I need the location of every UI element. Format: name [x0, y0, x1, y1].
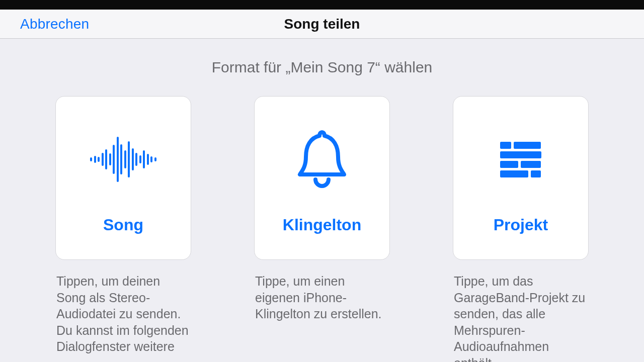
- option-description-song: Tippen, um deinen Song als Stereo-Audiod…: [55, 273, 191, 355]
- waveform-icon: [56, 124, 191, 195]
- nav-bar: Abbrechen Song teilen: [0, 10, 644, 39]
- option-label: Song: [103, 216, 143, 234]
- tracks-icon: [453, 124, 588, 195]
- format-prompt: Format für „Mein Song 7“ wählen: [20, 59, 624, 76]
- bell-icon: [255, 124, 389, 195]
- nav-title: Song teilen: [284, 16, 360, 32]
- content-area: Format für „Mein Song 7“ wählen: [0, 59, 644, 362]
- option-label: Projekt: [494, 216, 548, 234]
- option-description-project: Tippe, um das GarageBand-Projekt zu send…: [453, 273, 589, 362]
- cancel-button[interactable]: Abbrechen: [0, 16, 89, 32]
- format-options-row: Song Tippen, um deinen Song als Stereo-A…: [20, 96, 624, 362]
- option-description-ringtone: Tippe, um einen eigenen iPhone-Klingelto…: [254, 273, 390, 322]
- option-card-song[interactable]: Song: [55, 96, 191, 260]
- option-card-project[interactable]: Projekt: [453, 96, 589, 260]
- background-top-bar: [0, 0, 644, 10]
- option-card-ringtone[interactable]: Klingelton: [254, 96, 390, 260]
- option-label: Klingelton: [283, 216, 361, 234]
